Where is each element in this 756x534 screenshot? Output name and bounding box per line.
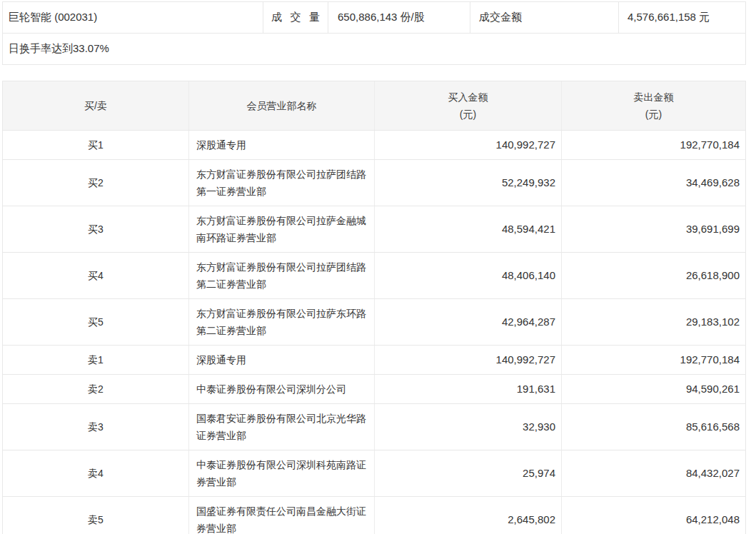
buy-amount-cell: 25,974 xyxy=(374,450,561,496)
branch-name-text: 深股通专用 xyxy=(196,136,367,153)
volume-label: 成 交 量 xyxy=(263,2,328,33)
table-row: 卖1 深股通专用 140,992,727 192,770,184 xyxy=(3,346,745,375)
buy-sell-rank-cell: 买1 xyxy=(3,131,188,159)
sell-amount-cell: 85,616,568 xyxy=(561,404,745,450)
stock-title: 巨轮智能 (002031) xyxy=(3,2,263,33)
branch-name-cell: 东方财富证券股份有限公司拉萨团结路第一证券营业部 xyxy=(188,160,374,206)
table-rows: 买1 深股通专用 140,992,727 192,770,184 买2 东方财富… xyxy=(3,131,745,534)
branch-name-cell: 中泰证券股份有限公司深圳分公司 xyxy=(188,375,374,403)
branch-name-cell: 东方财富证券股份有限公司拉萨团结路第二证券营业部 xyxy=(188,253,374,298)
buy-sell-rank-cell: 买4 xyxy=(3,253,188,298)
buy-amount-cell: 42,964,287 xyxy=(374,299,561,345)
header-buy-sell-label: 买/卖 xyxy=(84,97,107,114)
table-row: 买2 东方财富证券股份有限公司拉萨团结路第一证券营业部 52,249,932 3… xyxy=(3,160,745,206)
buy-sell-rank-cell: 卖4 xyxy=(3,450,188,496)
branch-name-cell: 中泰证券股份有限公司深圳科苑南路证券营业部 xyxy=(188,450,374,496)
table-row: 卖3 国泰君安证券股份有限公司北京光华路证券营业部 32,930 85,616,… xyxy=(3,404,745,450)
table-row: 卖2 中泰证券股份有限公司深圳分公司 191,631 94,590,261 xyxy=(3,375,745,404)
branch-name-text: 东方财富证券股份有限公司拉萨东环路第二证券营业部 xyxy=(196,305,367,339)
broker-seats-table: 买/卖 会员营业部名称 买入金额 (元) 卖出金额 (元) 买1 深股通专用 1… xyxy=(2,81,746,534)
sell-amount-cell: 29,183,102 xyxy=(561,299,745,345)
turnover-amount-value: 4,576,661,158 元 xyxy=(618,2,745,33)
branch-name-text: 东方财富证券股份有限公司拉萨团结路第一证券营业部 xyxy=(196,166,367,200)
branch-name-cell: 东方财富证券股份有限公司拉萨东环路第二证券营业部 xyxy=(188,299,374,345)
table-row: 卖5 国盛证券有限责任公司南昌金融大街证券营业部 2,645,802 64,21… xyxy=(3,497,745,534)
header-branch-name: 会员营业部名称 xyxy=(188,81,374,130)
branch-name-text: 东方财富证券股份有限公司拉萨团结路第二证券营业部 xyxy=(196,258,367,293)
header-buy-amount-unit: (元) xyxy=(460,106,476,123)
buy-amount-cell: 2,645,802 xyxy=(374,497,561,534)
buy-sell-rank-cell: 卖5 xyxy=(3,497,188,534)
buy-amount-cell: 48,594,421 xyxy=(374,206,561,252)
stock-info-row: 巨轮智能 (002031) 成 交 量 650,886,143 份/股 成交金额… xyxy=(3,2,745,34)
buy-amount-cell: 52,249,932 xyxy=(374,160,561,206)
branch-name-text: 中泰证券股份有限公司深圳科苑南路证券营业部 xyxy=(196,456,367,490)
sell-amount-cell: 39,691,699 xyxy=(561,206,745,252)
table-row: 买3 东方财富证券股份有限公司拉萨金融城南环路证券营业部 48,594,421 … xyxy=(3,206,745,253)
buy-amount-cell: 32,930 xyxy=(374,404,561,450)
sell-amount-cell: 26,618,900 xyxy=(561,253,745,298)
sell-amount-cell: 94,590,261 xyxy=(561,375,745,403)
branch-name-cell: 深股通专用 xyxy=(188,131,374,159)
buy-sell-rank-cell: 买5 xyxy=(3,299,188,345)
page: 巨轮智能 (002031) 成 交 量 650,886,143 份/股 成交金额… xyxy=(0,0,756,534)
branch-name-text: 深股通专用 xyxy=(196,351,367,368)
buy-amount-cell: 140,992,727 xyxy=(374,131,561,159)
header-sell-amount-label: 卖出金额 xyxy=(634,89,674,106)
table-header-row: 买/卖 会员营业部名称 买入金额 (元) 卖出金额 (元) xyxy=(3,81,745,131)
sell-amount-cell: 64,212,048 xyxy=(561,497,745,534)
table-row: 买1 深股通专用 140,992,727 192,770,184 xyxy=(3,131,745,160)
buy-amount-cell: 191,631 xyxy=(374,375,561,403)
branch-name-text: 中泰证券股份有限公司深圳分公司 xyxy=(196,381,367,398)
sell-amount-cell: 192,770,184 xyxy=(561,131,745,159)
turnover-amount-label: 成交金额 xyxy=(470,2,618,33)
sell-amount-cell: 34,469,628 xyxy=(561,160,745,206)
branch-name-text: 东方财富证券股份有限公司拉萨金融城南环路证券营业部 xyxy=(196,212,367,246)
branch-name-cell: 深股通专用 xyxy=(188,346,374,374)
volume-value: 650,886,143 份/股 xyxy=(328,2,470,33)
header-buy-amount: 买入金额 (元) xyxy=(374,81,561,130)
buy-sell-rank-cell: 卖3 xyxy=(3,404,188,450)
branch-name-cell: 东方财富证券股份有限公司拉萨金融城南环路证券营业部 xyxy=(188,206,374,252)
stock-info-panel: 巨轮智能 (002031) 成 交 量 650,886,143 份/股 成交金额… xyxy=(2,1,746,65)
header-buy-amount-label: 买入金额 xyxy=(448,89,488,106)
buy-sell-rank-cell: 卖2 xyxy=(3,375,188,403)
buy-sell-rank-cell: 卖1 xyxy=(3,346,188,374)
table-row: 买4 东方财富证券股份有限公司拉萨团结路第二证券营业部 48,406,140 2… xyxy=(3,253,745,299)
sell-amount-cell: 192,770,184 xyxy=(561,346,745,374)
table-row: 买5 东方财富证券股份有限公司拉萨东环路第二证券营业部 42,964,287 2… xyxy=(3,299,745,346)
branch-name-cell: 国盛证券有限责任公司南昌金融大街证券营业部 xyxy=(188,497,374,534)
header-branch-name-label: 会员营业部名称 xyxy=(247,97,317,114)
branch-name-text: 国盛证券有限责任公司南昌金融大街证券营业部 xyxy=(196,503,367,534)
header-buy-sell: 买/卖 xyxy=(3,81,188,130)
branch-name-cell: 国泰君安证券股份有限公司北京光华路证券营业部 xyxy=(188,404,374,450)
buy-amount-cell: 140,992,727 xyxy=(374,346,561,374)
sell-amount-cell: 84,432,027 xyxy=(561,450,745,496)
turnover-rate-note: 日换手率达到33.07% xyxy=(3,34,745,64)
header-sell-amount-unit: (元) xyxy=(645,106,662,123)
buy-amount-cell: 48,406,140 xyxy=(374,253,561,298)
buy-sell-rank-cell: 买3 xyxy=(3,206,188,252)
header-sell-amount: 卖出金额 (元) xyxy=(561,81,745,130)
table-row: 卖4 中泰证券股份有限公司深圳科苑南路证券营业部 25,974 84,432,0… xyxy=(3,450,745,497)
branch-name-text: 国泰君安证券股份有限公司北京光华路证券营业部 xyxy=(196,410,367,444)
buy-sell-rank-cell: 买2 xyxy=(3,160,188,206)
